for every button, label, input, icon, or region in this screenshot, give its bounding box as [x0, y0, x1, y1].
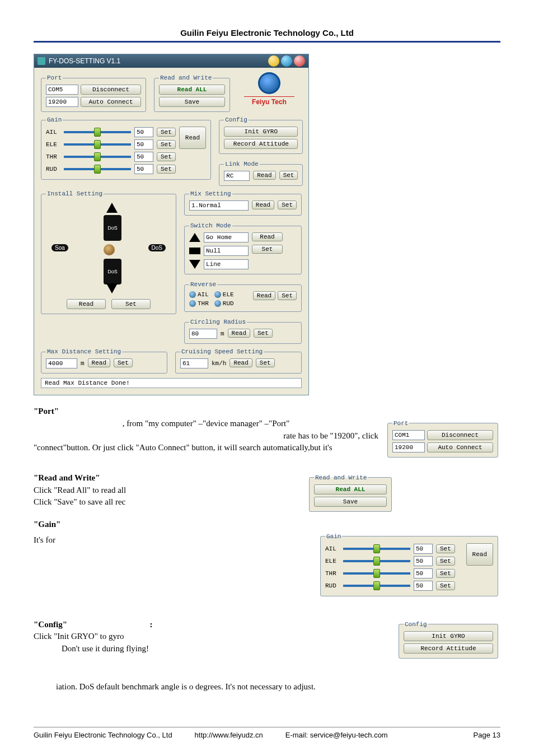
cruise-unit: km/h: [212, 360, 226, 367]
switch-up-select[interactable]: Go Home: [204, 232, 249, 242]
mix-read-button[interactable]: Read: [252, 200, 274, 209]
maxdist-input[interactable]: [46, 358, 77, 368]
snip-gain-legend: Gain: [325, 533, 342, 540]
close-icon[interactable]: [294, 55, 305, 67]
baud-select[interactable]: 19200: [46, 97, 78, 107]
snip-thr-set[interactable]: Set: [436, 569, 455, 578]
switch-down-select[interactable]: Line: [204, 259, 249, 269]
install-set-button[interactable]: Set: [111, 299, 151, 309]
minimize-icon[interactable]: [268, 55, 279, 67]
switch-mid-select[interactable]: Null: [204, 246, 249, 256]
chip-bottom: DoS: [104, 259, 121, 284]
rev-thr[interactable]: THR: [189, 300, 209, 307]
mix-legend: Mix Setting: [189, 190, 232, 197]
gain-rud-set[interactable]: Set: [157, 165, 176, 174]
com-select[interactable]: COM5: [46, 85, 78, 95]
reverse-fieldset: Reverse AIL ELE THR RUD Read: [184, 281, 302, 312]
gain-ail-slider[interactable]: [64, 131, 131, 133]
rw-fieldset: Read and Write Read ALL Save: [154, 74, 230, 112]
rev-rud[interactable]: RUD: [214, 300, 234, 307]
mix-set-button[interactable]: Set: [278, 200, 297, 209]
cruise-input[interactable]: [180, 358, 208, 368]
maximize-icon[interactable]: [281, 55, 292, 67]
disconnect-button[interactable]: Disconnect: [81, 85, 141, 95]
port-legend: Port: [46, 74, 63, 81]
titlebar: FY-DOS-SETTING V1.1: [34, 54, 308, 68]
snip-record-attitude[interactable]: Record Attitude: [404, 643, 493, 654]
snip-com-select[interactable]: COM1: [392, 430, 425, 440]
switch-read-button[interactable]: Read: [252, 232, 283, 241]
record-attitude-button[interactable]: Record Attitude: [224, 139, 298, 149]
snip-auto-button[interactable]: Auto Connect: [427, 442, 493, 452]
switch-up-icon: [189, 233, 200, 242]
snip-gain-read[interactable]: Read: [466, 543, 493, 566]
snip-thr-input[interactable]: [414, 568, 433, 578]
save-button[interactable]: Save: [159, 97, 225, 107]
maxdist-set-button[interactable]: Set: [114, 358, 133, 367]
gain-thr-set[interactable]: Set: [157, 152, 176, 161]
link-select[interactable]: RC: [224, 171, 250, 181]
cruise-read-button[interactable]: Read: [229, 358, 252, 367]
reverse-read-button[interactable]: Read: [253, 291, 275, 300]
footer-email: E-mail: service@feiyu-tech.com: [285, 731, 388, 739]
brand-logo: Feiyu Tech: [236, 72, 303, 106]
cruise-set-button[interactable]: Set: [256, 358, 275, 367]
gain-rud-slider[interactable]: [64, 168, 131, 170]
gain-ail-set[interactable]: Set: [157, 128, 176, 137]
gain-read-button[interactable]: Read: [179, 127, 206, 149]
page-footer: Guilin Feiyu Electronic Technology Co., …: [34, 727, 500, 739]
snip-ele-input[interactable]: [414, 556, 433, 566]
snip-disconnect-button[interactable]: Disconnect: [427, 430, 493, 440]
link-read-button[interactable]: Read: [253, 171, 275, 180]
maxdist-fieldset: Max Distance Setting m Read Set: [41, 348, 167, 374]
switch-set-button[interactable]: Set: [252, 245, 283, 254]
reverse-legend: Reverse: [189, 281, 217, 288]
port-fieldset: Port COM5 Disconnect 19200 Auto Connect: [41, 74, 146, 112]
init-gyro-button[interactable]: Init GYRO: [224, 127, 298, 137]
install-fieldset: Install Setting DoS Soa DoS DoS Read Set: [41, 190, 176, 314]
gain-thr-input[interactable]: [134, 152, 153, 162]
circling-input[interactable]: [189, 329, 217, 339]
auto-connect-button[interactable]: Auto Connect: [81, 97, 141, 107]
gain-ele-slider[interactable]: [64, 143, 131, 146]
gain-ail-input[interactable]: [134, 127, 153, 137]
circling-read-button[interactable]: Read: [228, 329, 250, 338]
snip-readall-button[interactable]: Read ALL: [314, 484, 387, 494]
snip-ele-slider[interactable]: [343, 560, 410, 562]
config-legend: Config: [224, 116, 249, 123]
gain-thr-slider[interactable]: [64, 156, 131, 158]
snip-rud-input[interactable]: [414, 581, 433, 591]
gain-rud-input[interactable]: [134, 164, 153, 174]
snip-init-gyro[interactable]: Init GYRO: [404, 631, 493, 641]
rev-ail[interactable]: AIL: [189, 291, 209, 298]
snip-ail-input[interactable]: [414, 544, 433, 554]
snip-thr-slider[interactable]: [343, 572, 410, 575]
right-pod: DoS: [148, 244, 166, 251]
read-all-button[interactable]: Read ALL: [159, 85, 225, 95]
circling-set-button[interactable]: Set: [254, 329, 273, 338]
gain-ele-input[interactable]: [134, 139, 153, 150]
maxdist-read-button[interactable]: Read: [88, 358, 110, 367]
left-pod: Soa: [51, 244, 68, 251]
link-set-button[interactable]: Set: [279, 171, 298, 180]
logo-icon: [258, 72, 280, 94]
snip-save-button[interactable]: Save: [314, 497, 387, 507]
footer-url: http://www.feiyudz.cn: [195, 731, 263, 739]
snip-ail-slider[interactable]: [343, 548, 410, 550]
rev-ele[interactable]: ELE: [214, 291, 234, 298]
install-read-button[interactable]: Read: [67, 299, 106, 309]
snip-rud-slider[interactable]: [343, 585, 410, 587]
snip-baud-select[interactable]: 19200: [392, 442, 425, 452]
snip-rud-set[interactable]: Set: [436, 581, 455, 590]
snip-ail-set[interactable]: Set: [436, 544, 455, 553]
snip-ele-set[interactable]: Set: [436, 557, 455, 566]
cruise-fieldset: Cruising Speed Setting km/h Read Set: [175, 348, 302, 374]
header-rule: [34, 41, 500, 43]
gain-ail-label: AIL: [46, 129, 60, 136]
reverse-set-button[interactable]: Set: [278, 291, 297, 300]
mix-select[interactable]: 1.Normal: [189, 200, 249, 211]
switch-fieldset: Switch Mode Go Home Null Line Read Set: [184, 222, 302, 274]
link-legend: Link Mode: [224, 161, 259, 167]
gain-ele-set[interactable]: Set: [157, 140, 176, 149]
circling-legend: Circling Radius: [189, 319, 247, 325]
